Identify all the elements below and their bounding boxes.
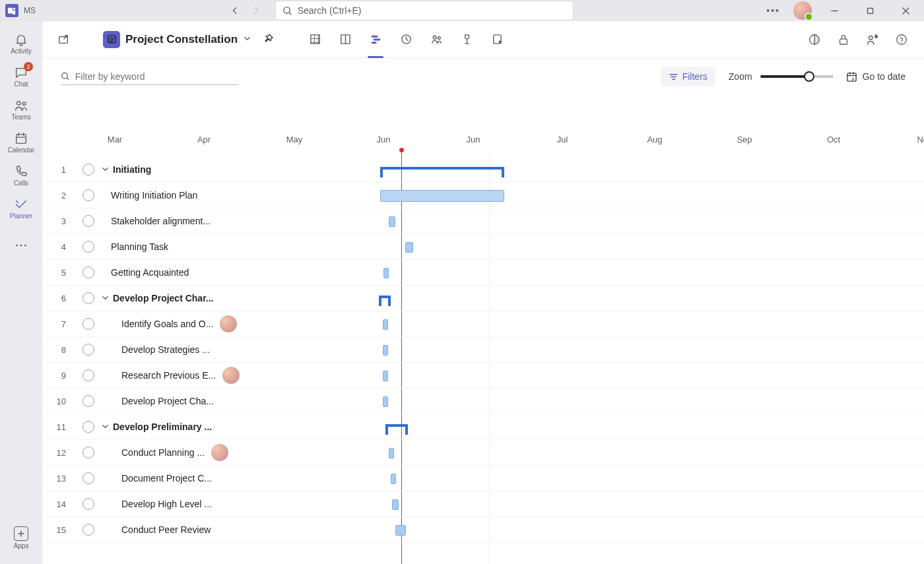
task-checkbox[interactable] [75,344,102,356]
rail-apps[interactable]: Apps [3,522,40,553]
calendar-icon [14,131,28,146]
task-label[interactable]: Identify Goals and O... [102,315,273,332]
zoom-slider[interactable] [760,75,833,78]
task-row[interactable]: 7Identify Goals and O... [42,311,924,337]
svg-rect-6 [16,135,26,144]
view-board[interactable] [333,28,357,51]
task-label[interactable]: Develop Strategies ... [102,344,273,355]
pin-button[interactable] [263,33,274,46]
month-label: May [286,135,303,144]
share-button[interactable] [863,30,882,49]
help-button[interactable] [892,30,911,49]
rail-calls[interactable]: Calls [3,160,40,191]
task-checkbox[interactable] [75,189,102,201]
task-checkbox[interactable] [75,369,102,381]
filters-button[interactable]: Filters [661,67,715,86]
task-label[interactable]: Writing Initiation Plan [102,190,273,201]
task-row[interactable]: 6Develop Project Char... [42,286,924,311]
task-checkbox[interactable] [75,318,102,330]
task-checkbox[interactable] [75,472,102,484]
task-row[interactable]: 8Develop Strategies ... [42,337,924,363]
theme-button[interactable] [805,30,824,49]
task-label[interactable]: Research Previous E... [102,367,273,384]
task-row[interactable]: 3Stakeholder alignment... [42,208,924,234]
task-checkbox[interactable] [75,266,102,278]
nav-back-button[interactable] [226,1,244,20]
task-checkbox[interactable] [75,421,102,433]
rail-chat[interactable]: 2 Chat [3,61,40,92]
global-search[interactable]: Search (Ctrl+E) [276,1,573,20]
filter-search[interactable] [61,69,239,85]
month-label: Jun [467,135,480,144]
task-checkbox[interactable] [75,395,102,407]
task-row[interactable]: 12Conduct Planning ... [42,440,924,466]
calendar-goto-icon [846,71,857,82]
task-row[interactable]: 9Research Previous E... [42,363,924,389]
search-icon [282,6,292,16]
task-label[interactable]: Develop Project Cha... [102,396,273,406]
view-goals[interactable] [455,28,478,51]
task-checkbox[interactable] [75,524,102,536]
month-label: Sep [737,135,752,144]
task-label[interactable]: Conduct Planning ... [102,444,273,461]
view-people[interactable] [424,28,448,51]
task-label[interactable]: Document Project C... [102,473,273,484]
task-label[interactable]: Develop Project Char... [102,293,273,303]
task-row[interactable]: 5Getting Acquainted [42,260,924,286]
project-breadcrumb[interactable]: Project Constellation [103,31,251,48]
task-label[interactable]: Initiating [102,164,273,175]
zoom-thumb[interactable] [804,71,814,82]
task-checkbox[interactable] [75,215,102,227]
rail-activity[interactable]: Activity [3,28,40,59]
row-number: 9 [42,371,75,381]
minimize-button[interactable] [821,0,847,21]
rail-teams[interactable]: Teams [3,94,40,125]
apps-icon [14,526,28,541]
lock-button[interactable] [834,30,853,49]
month-label: Apr [197,135,211,144]
view-grid[interactable] [303,28,327,51]
task-checkbox[interactable] [75,498,102,510]
task-row[interactable]: 1Initiating [42,157,924,183]
rail-more[interactable] [3,230,40,261]
popout-button[interactable] [55,32,71,47]
task-label[interactable]: Getting Acquainted [102,267,273,278]
task-row[interactable]: 13Document Project C... [42,466,924,491]
row-number: 2 [42,191,75,201]
svg-rect-0 [8,8,13,14]
assignee-avatar[interactable] [222,367,240,384]
task-label[interactable]: Planning Task [102,241,273,252]
maximize-button[interactable] [857,0,883,21]
user-avatar[interactable] [793,1,812,20]
more-menu-button[interactable]: ••• [762,5,784,16]
view-timeline[interactable] [364,28,387,51]
task-checkbox[interactable] [75,447,102,458]
task-row[interactable]: 11Develop Preliminary ... [42,414,924,440]
main-pane: Project Constellation [42,21,924,564]
task-checkbox[interactable] [75,164,102,175]
zoom-control: Zoom [729,71,833,82]
task-row[interactable]: 14Develop High Level ... [42,491,924,517]
planner-icon [14,197,28,212]
task-label[interactable]: Develop Preliminary ... [102,422,273,432]
task-checkbox[interactable] [75,292,102,304]
task-label[interactable]: Develop High Level ... [102,499,273,509]
view-app[interactable] [485,28,509,51]
view-schedule[interactable] [394,28,418,51]
assignee-avatar[interactable] [211,444,228,461]
rail-calendar[interactable]: Calendar [3,127,40,158]
task-row[interactable]: 15Conduct Peer Review [42,517,924,543]
nav-forward-button[interactable] [247,1,265,20]
task-checkbox[interactable] [75,241,102,253]
rail-planner[interactable]: Planner [3,193,40,224]
filter-input[interactable] [75,71,239,82]
timeline-toolbar: Filters Zoom Go to date [42,58,924,95]
task-row[interactable]: 2Writing Initiation Plan [42,183,924,208]
task-label[interactable]: Stakeholder alignment... [102,216,273,226]
close-button[interactable] [892,0,919,21]
task-row[interactable]: 4Planning Task [42,234,924,260]
task-label[interactable]: Conduct Peer Review [102,524,273,535]
task-row[interactable]: 10Develop Project Cha... [42,389,924,414]
goto-date-button[interactable]: Go to date [846,71,906,82]
assignee-avatar[interactable] [220,315,237,332]
